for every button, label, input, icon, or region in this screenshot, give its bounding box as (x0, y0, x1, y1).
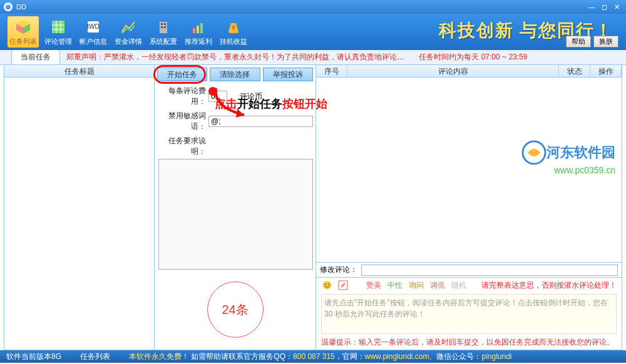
start-task-button[interactable]: 开始任务 (157, 68, 207, 81)
bars-icon (190, 18, 207, 36)
svg-rect-17 (200, 23, 203, 33)
svg-rect-15 (193, 28, 195, 33)
comment-table-header: 序号 评论内容 状态 操作 (316, 65, 622, 78)
sentiment-random[interactable]: 随机 (451, 280, 466, 291)
tab-current-task[interactable]: 当前任务 (11, 49, 60, 64)
chart-line-icon (120, 18, 137, 36)
status-bar: 软件当前版本8G 任务列表 本软件永久免费！ 如需帮助请联系官方服务QQ：800… (0, 350, 626, 363)
grid-icon (49, 18, 67, 36)
requirement-textarea[interactable] (158, 159, 313, 270)
sentiment-buttons: 赞美 中性 询问 调侃 随机 (366, 280, 466, 291)
app-icon (4, 3, 13, 11)
watermark-logo-icon (521, 140, 546, 165)
sentiment-tease[interactable]: 调侃 (430, 280, 445, 291)
comment-panel: 序号 评论内容 状态 操作 河东软件园 www.pc0359.cn 修改评论： … (316, 65, 622, 350)
svg-text:¥: ¥ (231, 24, 235, 31)
toolbar-system-config[interactable]: 系统配置 (148, 16, 179, 48)
task-title-list[interactable] (4, 78, 154, 350)
annotation-dot (208, 87, 217, 96)
comment-table-body[interactable]: 河东软件园 www.pc0359.cn (316, 78, 622, 262)
sensitive-label: 禁用敏感词语： (157, 111, 208, 132)
comment-editor[interactable]: 请先点击"开始任务"按钮，阅读任务内容后方可提交评论！点击按钮倒计时开始，您在 … (321, 294, 617, 334)
building-icon (155, 18, 172, 36)
report-button[interactable]: 举报投诉 (263, 68, 313, 81)
editor-warning: 请完整表达意思，否则按灌水评论处理！ (481, 280, 617, 291)
task-control-panel: 开始任务 清除选择 举报投诉 每条评论费用： 评论币 禁用敏感词语： 任务要求说… (155, 65, 316, 350)
maximize-button[interactable]: ◻ (598, 3, 610, 11)
window-title: DD (16, 3, 26, 11)
status-version: 软件当前版本8G (6, 351, 61, 362)
status-contact: 本软件永久免费！ 如需帮助请联系官方服务QQ：800 087 315，官网：ww… (129, 351, 512, 362)
svg-rect-3 (52, 21, 64, 33)
sentiment-neutral[interactable]: 中性 (387, 280, 403, 291)
task-count-badge: 24条 (207, 281, 264, 338)
watermark: 河东软件园 www.pc0359.cn (521, 140, 615, 175)
svg-rect-14 (164, 26, 166, 28)
toolbar-account-info[interactable]: IWD 帐户信息 (78, 16, 109, 48)
svg-rect-13 (161, 26, 163, 28)
skin-button[interactable]: 换肤 (593, 36, 618, 48)
svg-rect-11 (161, 23, 163, 25)
annotation-text: 点击开始任务按钮开始 (215, 96, 327, 111)
modify-input[interactable] (361, 265, 618, 276)
toolbar-comment-manage[interactable]: 评论管理 (43, 16, 74, 48)
toolbar-task-list[interactable]: 任务列表 (8, 16, 39, 48)
editor-section: 😊 赞美 中性 询问 调侃 随机 请完整表达意思，否则按灌水评论处理！ 请先点击… (316, 277, 622, 350)
main-toolbar: 任务列表 评论管理 IWD 帐户信息 资金详情 系统配置 推荐返利 ¥ 挂机收益… (0, 14, 626, 50)
editor-tip: 温馨提示：输入完一条评论后，请及时回车提交，以免因任务完成而无法接收您的评论。 (316, 335, 622, 350)
col-status: 状态 (559, 65, 590, 77)
status-list: 任务列表 (80, 351, 110, 362)
modify-label: 修改评论： (320, 265, 357, 275)
sentiment-praise[interactable]: 赞美 (366, 280, 381, 291)
cube-icon (14, 18, 32, 36)
toolbar-referral[interactable]: 推荐返利 (183, 16, 214, 48)
clear-selection-button[interactable]: 清除选择 (210, 68, 260, 81)
svg-rect-12 (164, 23, 166, 25)
scrolling-notice: 郑重声明：严禁灌水，一经发现轻者罚款禁号，重者永久封号！为了共同的利益，请认真负… (60, 49, 626, 64)
svg-text:IWD: IWD (87, 23, 99, 30)
tab-bar: 当前任务 郑重声明：严禁灌水，一经发现轻者罚款禁号，重者永久封号！为了共同的利益… (0, 50, 626, 65)
col-seq: 序号 (316, 65, 347, 77)
svg-rect-16 (197, 26, 199, 33)
col-content: 评论内容 (347, 65, 559, 77)
col-op: 操作 (590, 65, 622, 77)
title-bar: DD — ◻ ✕ (0, 0, 626, 14)
profile-icon: IWD (85, 18, 102, 36)
task-title-panel: 任务标题 (4, 65, 155, 350)
edit-icon[interactable] (337, 280, 349, 291)
toolbar-idle-income[interactable]: ¥ 挂机收益 (218, 16, 249, 48)
modify-comment-row: 修改评论： (316, 262, 622, 277)
svg-rect-10 (160, 22, 167, 33)
emoji-smile-icon[interactable]: 😊 (321, 280, 332, 291)
sensitive-input[interactable] (208, 116, 313, 127)
task-title-header: 任务标题 (4, 65, 154, 78)
money-bag-icon: ¥ (225, 18, 242, 36)
main-area: 任务标题 开始任务 清除选择 举报投诉 每条评论费用： 评论币 禁用敏感词语： … (4, 65, 622, 350)
minimize-button[interactable]: — (586, 3, 597, 11)
requirement-label: 任务要求说明： (157, 136, 208, 157)
close-button[interactable]: ✕ (611, 3, 622, 11)
toolbar-fund-detail[interactable]: 资金详情 (113, 16, 144, 48)
fee-label: 每条评论费用： (157, 86, 208, 107)
sentiment-ask[interactable]: 询问 (409, 280, 424, 291)
help-button[interactable]: 帮助 (566, 36, 591, 48)
